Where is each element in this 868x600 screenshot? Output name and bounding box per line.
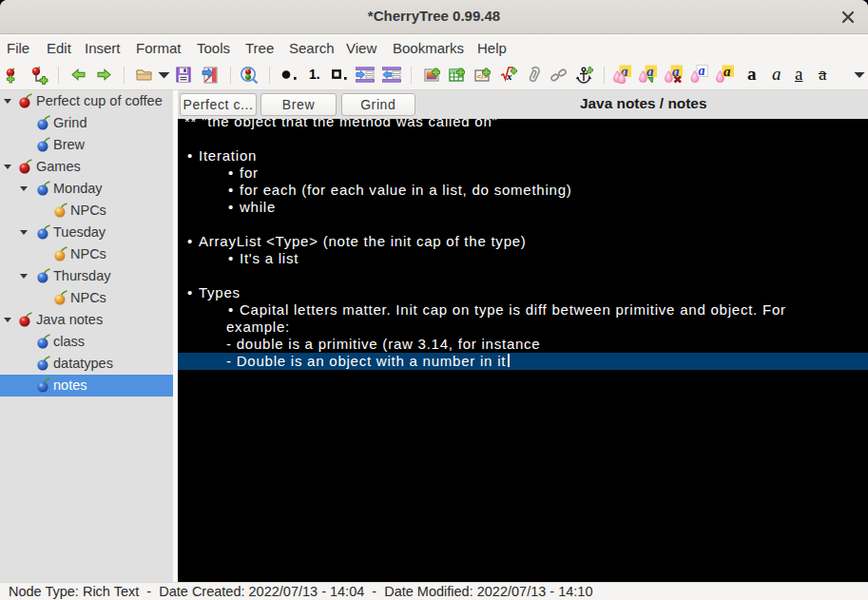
svg-text:a: a <box>646 65 654 79</box>
svg-text:a: a <box>723 65 731 79</box>
svg-text:1.: 1. <box>309 68 320 81</box>
svg-text:a: a <box>699 65 705 78</box>
